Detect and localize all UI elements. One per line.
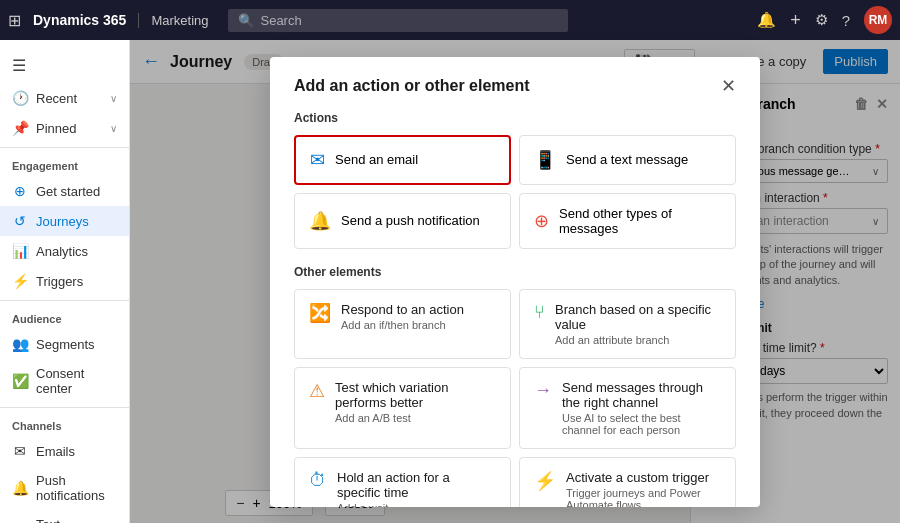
custom-trigger-element[interactable]: ⚡ Activate a custom trigger Trigger jour… — [519, 457, 736, 507]
respond-action-element[interactable]: 🔀 Respond to an action Add an if/then br… — [294, 289, 511, 359]
trigger-icon: ⚡ — [534, 470, 556, 492]
hold-action-element[interactable]: ⏱ Hold an action for a specific time Add… — [294, 457, 511, 507]
sidebar-item-consent-center[interactable]: ✅Consent center — [0, 359, 129, 403]
search-box[interactable]: 🔍 — [228, 9, 568, 32]
send-push-action[interactable]: 🔔 Send a push notification — [294, 193, 511, 249]
plus-icon[interactable]: + — [790, 10, 801, 31]
sidebar-item-triggers[interactable]: ⚡Triggers — [0, 266, 129, 296]
push-icon: 🔔 — [309, 210, 331, 232]
send-text-label: Send a text message — [566, 152, 688, 167]
send-email-action[interactable]: ✉ Send an email — [294, 135, 511, 185]
top-nav-right: 🔔 + ⚙ ? RM — [757, 6, 892, 34]
search-input[interactable] — [260, 13, 558, 28]
hold-icon: ⏱ — [309, 470, 327, 491]
actions-label: Actions — [294, 111, 736, 125]
send-email-label: Send an email — [335, 152, 418, 167]
elements-grid: 🔀 Respond to an action Add an if/then br… — [294, 289, 736, 507]
respond-icon: 🔀 — [309, 302, 331, 324]
sidebar: ☰ 🕐Recent∨ 📌Pinned∨ Engagement ⊕Get star… — [0, 40, 130, 523]
top-nav: ⊞ Dynamics 365 Marketing 🔍 🔔 + ⚙ ? RM — [0, 0, 900, 40]
test-variation-element[interactable]: ⚠ Test which variation performs better A… — [294, 367, 511, 449]
modal-title: Add an action or other element — [294, 77, 530, 95]
send-push-label: Send a push notification — [341, 213, 480, 228]
module-name: Marketing — [138, 13, 208, 28]
modal-header: Add an action or other element ✕ — [294, 77, 736, 95]
branch-icon: ⑂ — [534, 302, 545, 323]
sidebar-item-pinned[interactable]: 📌Pinned∨ — [0, 113, 129, 143]
sidebar-section-audience: Audience — [0, 305, 129, 329]
grid-icon[interactable]: ⊞ — [8, 11, 21, 30]
text-icon: 📱 — [534, 149, 556, 171]
avatar[interactable]: RM — [864, 6, 892, 34]
sidebar-section-channels: Channels — [0, 412, 129, 436]
sidebar-item-segments[interactable]: 👥Segments — [0, 329, 129, 359]
sidebar-item-text-messages[interactable]: 💬Text messages — [0, 510, 129, 523]
sidebar-section-engagement: Engagement — [0, 152, 129, 176]
bell-icon[interactable]: 🔔 — [757, 11, 776, 29]
right-channel-element[interactable]: → Send messages through the right channe… — [519, 367, 736, 449]
modal-close-button[interactable]: ✕ — [721, 77, 736, 95]
other-msg-icon: ⊕ — [534, 210, 549, 232]
branch-value-element[interactable]: ⑂ Branch based on a specific value Add a… — [519, 289, 736, 359]
sidebar-item-get-started[interactable]: ⊕Get started — [0, 176, 129, 206]
ab-test-icon: ⚠ — [309, 380, 325, 402]
channel-icon: → — [534, 380, 552, 401]
send-other-label: Send other types of messages — [559, 206, 721, 236]
app-name: Dynamics 365 — [33, 12, 126, 28]
actions-grid: ✉ Send an email 📱 Send a text message 🔔 … — [294, 135, 736, 249]
sidebar-item-journeys[interactable]: ↺Journeys — [0, 206, 129, 236]
settings-icon[interactable]: ⚙ — [815, 11, 828, 29]
search-icon: 🔍 — [238, 13, 254, 28]
sidebar-item-recent[interactable]: 🕐Recent∨ — [0, 83, 129, 113]
send-other-action[interactable]: ⊕ Send other types of messages — [519, 193, 736, 249]
other-elements-label: Other elements — [294, 265, 736, 279]
modal-overlay[interactable]: Add an action or other element ✕ Actions… — [130, 40, 900, 523]
modal: Add an action or other element ✕ Actions… — [270, 57, 760, 507]
sidebar-hamburger[interactable]: ☰ — [0, 48, 129, 83]
help-icon[interactable]: ? — [842, 12, 850, 29]
sidebar-item-analytics[interactable]: 📊Analytics — [0, 236, 129, 266]
send-text-action[interactable]: 📱 Send a text message — [519, 135, 736, 185]
sidebar-item-push-notifications[interactable]: 🔔Push notifications — [0, 466, 129, 510]
email-icon: ✉ — [310, 149, 325, 171]
sidebar-item-emails[interactable]: ✉Emails — [0, 436, 129, 466]
